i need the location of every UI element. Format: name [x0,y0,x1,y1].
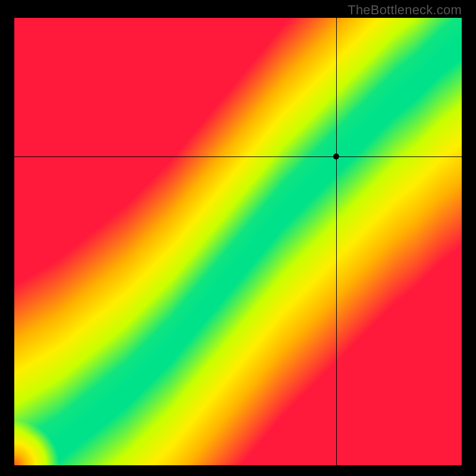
heatmap-canvas [14,18,462,465]
heatmap-plot [14,18,462,465]
chart-frame: TheBottleneck.com [0,0,476,476]
watermark-text: TheBottleneck.com [347,2,462,18]
crosshair-vertical [336,18,337,465]
crosshair-horizontal [14,156,462,158]
